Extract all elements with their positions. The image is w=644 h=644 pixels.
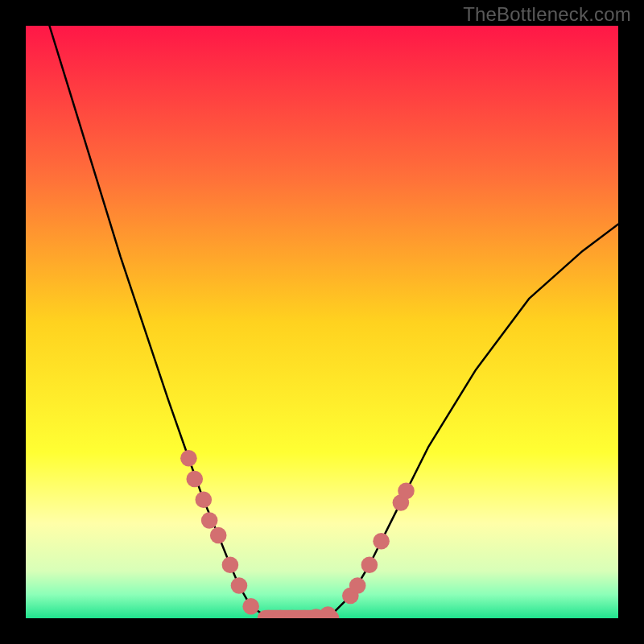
- chart-container: TheBottleneck.com: [0, 0, 644, 644]
- marker-left-cluster: [186, 471, 203, 488]
- marker-left-cluster: [242, 598, 259, 615]
- gradient-background: [26, 26, 618, 618]
- marker-right-cluster: [398, 482, 415, 499]
- marker-left-cluster: [231, 577, 248, 594]
- marker-left-cluster: [222, 556, 239, 573]
- marker-right-cluster: [349, 577, 366, 594]
- marker-right-cluster: [373, 533, 390, 550]
- marker-left-cluster: [196, 492, 213, 509]
- marker-right-cluster: [361, 556, 378, 573]
- plot-area: [26, 26, 618, 618]
- marker-left-cluster: [180, 450, 197, 467]
- watermark-text: TheBottleneck.com: [463, 3, 631, 26]
- chart-svg: [26, 26, 618, 618]
- marker-left-cluster: [210, 527, 227, 544]
- marker-left-cluster: [201, 512, 218, 529]
